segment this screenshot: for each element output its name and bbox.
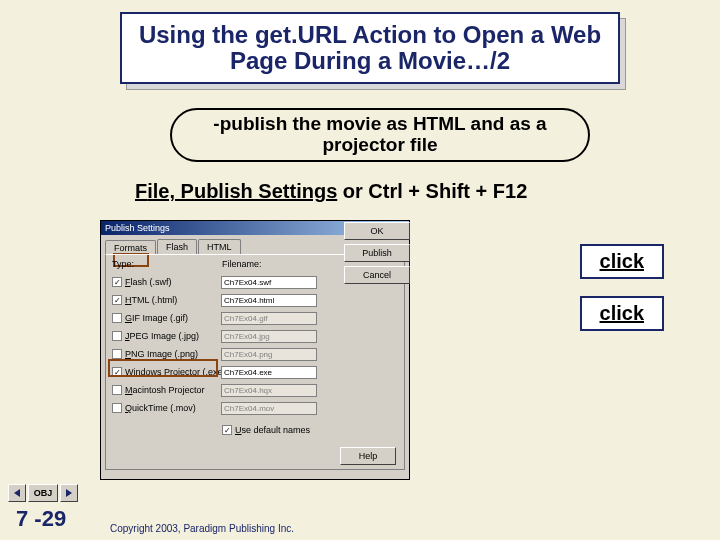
format-label: JPEG Image (.jpg)	[125, 331, 221, 341]
dialog-title: Publish Settings	[105, 223, 170, 233]
dialog-panel: Type: Filename: ✓Flash (.swf)Ch7Ex04.swf…	[105, 254, 405, 470]
format-row: Macintosh ProjectorCh7Ex04.hqx	[112, 381, 398, 399]
copyright-text: Copyright 2003, Paradigm Publishing Inc.	[110, 523, 294, 534]
checkbox[interactable]	[112, 349, 122, 359]
obj-button[interactable]: OBJ	[28, 484, 58, 502]
format-label: Macintosh Projector	[125, 385, 221, 395]
ok-button[interactable]: OK	[344, 222, 410, 240]
instruction-text: File, Publish Settings or Ctrl + Shift +…	[135, 180, 527, 203]
checkbox-default-names[interactable]: ✓	[222, 425, 232, 435]
nav-prev-button[interactable]	[8, 484, 26, 502]
title-box: Using the get.URL Action to Open a Web P…	[120, 12, 620, 84]
svg-marker-1	[66, 489, 72, 497]
cancel-button[interactable]: Cancel	[344, 266, 410, 284]
filename-field: Ch7Ex04.mov	[221, 402, 317, 415]
format-label: Windows Projector (.exe)	[125, 367, 221, 377]
subtitle-box: -publish the movie as HTML and as a proj…	[170, 108, 590, 162]
checkbox[interactable]	[112, 403, 122, 413]
slide-title: Using the get.URL Action to Open a Web P…	[132, 22, 608, 75]
format-label: GIF Image (.gif)	[125, 313, 221, 323]
filename-field[interactable]: Ch7Ex04.swf	[221, 276, 317, 289]
triangle-right-icon	[64, 488, 74, 498]
format-row: ✓HTML (.html)Ch7Ex04.html	[112, 291, 398, 309]
dialog-side-buttons: OK Publish Cancel	[344, 222, 410, 284]
format-label: Flash (.swf)	[125, 277, 221, 287]
tab-html[interactable]: HTML	[198, 239, 241, 254]
header-filename: Filename:	[222, 259, 262, 269]
checkbox[interactable]: ✓	[112, 367, 122, 377]
filename-field: Ch7Ex04.jpg	[221, 330, 317, 343]
callout-click-2: click	[580, 296, 664, 331]
nav-next-button[interactable]	[60, 484, 78, 502]
format-label: QuickTime (.mov)	[125, 403, 221, 413]
format-row: PNG Image (.png)Ch7Ex04.png	[112, 345, 398, 363]
format-row: ✓Windows Projector (.exe)Ch7Ex04.exe	[112, 363, 398, 381]
filename-field: Ch7Ex04.hqx	[221, 384, 317, 397]
checkbox[interactable]	[112, 331, 122, 341]
slide-title-container: Using the get.URL Action to Open a Web P…	[120, 12, 620, 84]
triangle-left-icon	[12, 488, 22, 498]
callout-click-1: click	[580, 244, 664, 279]
checkbox[interactable]	[112, 313, 122, 323]
instruction-underline-main: ile, Publish Settings	[147, 180, 337, 202]
format-label: PNG Image (.png)	[125, 349, 221, 359]
format-label: HTML (.html)	[125, 295, 221, 305]
checkbox[interactable]	[112, 385, 122, 395]
publish-button[interactable]: Publish	[344, 244, 410, 262]
page-number: 7 -29	[16, 506, 66, 532]
instruction-underline-f: F	[135, 180, 147, 202]
checkbox[interactable]: ✓	[112, 277, 122, 287]
filename-field: Ch7Ex04.gif	[221, 312, 317, 325]
tab-flash[interactable]: Flash	[157, 239, 197, 254]
filename-field[interactable]: Ch7Ex04.html	[221, 294, 317, 307]
format-row: QuickTime (.mov)Ch7Ex04.mov	[112, 399, 398, 417]
svg-marker-0	[14, 489, 20, 497]
nav-controls: OBJ	[8, 484, 78, 502]
instruction-rest: or Ctrl + Shift + F12	[337, 180, 527, 202]
filename-field: Ch7Ex04.png	[221, 348, 317, 361]
checkbox[interactable]: ✓	[112, 295, 122, 305]
default-names-row: ✓ Use default names	[222, 421, 398, 439]
filename-field[interactable]: Ch7Ex04.exe	[221, 366, 317, 379]
help-button[interactable]: Help	[340, 447, 396, 465]
format-row: GIF Image (.gif)Ch7Ex04.gif	[112, 309, 398, 327]
default-names-label: Use default names	[235, 425, 310, 435]
format-row: JPEG Image (.jpg)Ch7Ex04.jpg	[112, 327, 398, 345]
header-type: Type:	[112, 259, 222, 269]
subtitle-text: -publish the movie as HTML and as a proj…	[192, 114, 568, 156]
